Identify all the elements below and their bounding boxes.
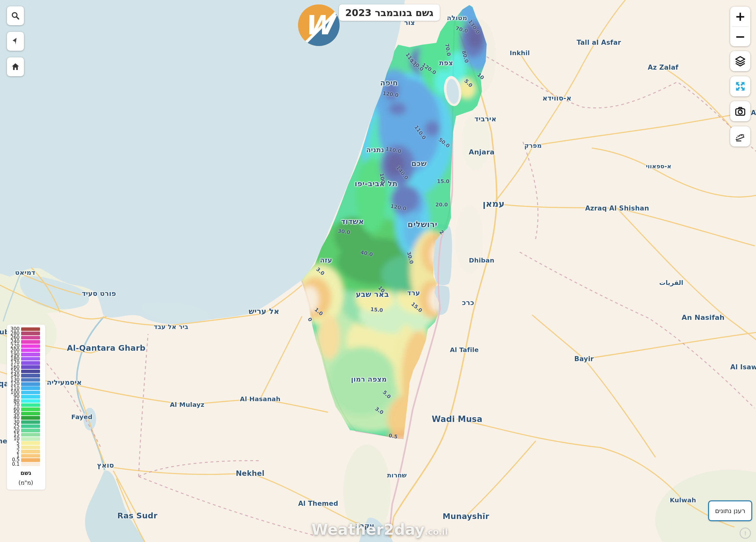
legend-swatch: [21, 382, 40, 386]
legend-rows: 3002802602402202001901801701601501401301…: [8, 327, 43, 466]
zoom-in-button[interactable]: +: [730, 7, 750, 26]
layers-button[interactable]: [730, 51, 750, 71]
legend-swatch: [21, 416, 40, 420]
legend-swatch: [21, 353, 40, 357]
legend-value: 0.1: [8, 462, 20, 466]
zoom-out-button[interactable]: −: [730, 27, 750, 47]
legend-swatch: [21, 386, 40, 390]
legend-swatch: [21, 328, 40, 331]
legend-swatch: [21, 365, 40, 369]
map-title: גשם בנובמבר 2023: [339, 4, 440, 21]
legend-swatch: [21, 336, 40, 340]
map-graphics: [0, 0, 756, 542]
legend-swatch: [21, 437, 40, 441]
refresh-data-button[interactable]: רענן נתונים: [708, 500, 752, 521]
legend-swatch: [21, 429, 40, 432]
legend-swatch: [21, 408, 40, 411]
legend-unit-name: גשם: [8, 470, 43, 476]
legend-row: 3: [8, 445, 43, 449]
protractor-icon: [734, 130, 746, 142]
legend-row: 2: [8, 449, 43, 454]
legend-swatch: [21, 420, 40, 424]
legend-swatch: [21, 391, 40, 395]
map-canvas[interactable]: צורמטולהצפתחיפהנתניהשכםתל אביב-יפואשדודי…: [0, 0, 756, 542]
attribution-glyph: !: [744, 530, 747, 537]
legend-swatch: [21, 378, 40, 382]
locate-button[interactable]: [7, 32, 24, 51]
svg-text:W: W: [304, 10, 337, 41]
attribution-icon[interactable]: !: [740, 528, 751, 539]
legend-swatch: [21, 458, 40, 462]
legend-swatch: [21, 446, 40, 449]
expand-arrows-icon: [735, 81, 746, 92]
measure-button[interactable]: [730, 126, 750, 146]
search-icon: [11, 11, 20, 20]
logo-icon: W: [298, 4, 340, 47]
zoom-control: + −: [730, 7, 750, 46]
home-button[interactable]: [7, 57, 24, 76]
legend-swatch: [21, 357, 40, 361]
legend-swatch: [21, 332, 40, 335]
legend-row: 5: [8, 441, 43, 445]
legend-swatch: [21, 433, 40, 437]
screenshot-button[interactable]: [730, 101, 750, 121]
home-icon: [11, 62, 20, 71]
legend-swatch: [21, 340, 40, 344]
legend-swatch: [21, 345, 40, 348]
refresh-data-label: רענן נתונים: [715, 507, 745, 515]
legend-swatch: [21, 361, 40, 365]
legend-swatch: [21, 399, 40, 403]
legend-swatch: [21, 403, 40, 407]
legend-swatch: [21, 412, 40, 416]
legend-row: 0.1: [8, 462, 43, 466]
search-button[interactable]: [7, 6, 24, 25]
map-title-text: גשם בנובמבר 2023: [345, 7, 433, 18]
legend-swatch: [21, 441, 40, 445]
rain-legend: 3002802602402202001901801701601501401301…: [7, 325, 45, 490]
legend-swatch: [21, 425, 40, 428]
legend-swatch: [21, 374, 40, 378]
weather2day-logo[interactable]: W: [298, 4, 340, 47]
legend-swatch: [21, 395, 40, 399]
fullscreen-button[interactable]: [730, 76, 750, 96]
legend-row: 10: [8, 437, 43, 441]
legend-swatch: [21, 462, 40, 466]
camera-icon: [734, 105, 746, 117]
legend-swatch: [21, 370, 40, 374]
legend-swatch: [21, 454, 40, 458]
layers-icon: [734, 55, 746, 67]
legend-swatch: [21, 450, 40, 454]
legend-unit-mm: (מ"מ): [8, 479, 43, 486]
legend-swatch: [21, 349, 40, 352]
location-arrow-icon: [11, 37, 20, 46]
